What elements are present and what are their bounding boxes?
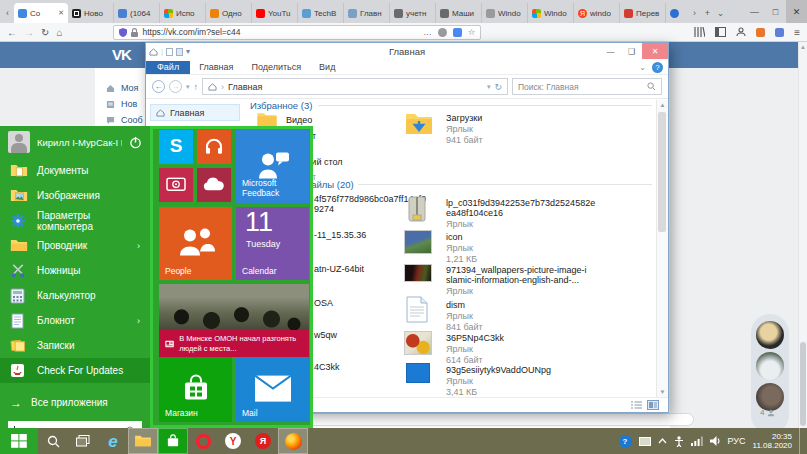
page-actions-icon[interactable]: … <box>423 27 432 37</box>
address-bar[interactable]: https://vk.com/im?sel=c44 … ☆ <box>113 25 481 40</box>
user-avatar[interactable] <box>8 131 30 153</box>
up-button[interactable]: ↑ <box>194 82 199 92</box>
browser-tab[interactable]: windo <box>574 3 620 23</box>
file-name[interactable]: 36P5Np4C3kk <box>446 333 504 343</box>
opera-button[interactable] <box>188 428 218 454</box>
document-file-icon[interactable] <box>406 296 436 325</box>
browser-tab[interactable]: Маши <box>436 3 482 23</box>
file-name-fragment[interactable]: w5qw <box>314 330 337 340</box>
bookmark-star-icon[interactable]: ☆ <box>468 27 476 37</box>
start-button[interactable] <box>0 428 38 454</box>
file-name-fragment[interactable]: 9274 <box>314 204 334 214</box>
minimize-button[interactable]: — <box>600 43 621 59</box>
breadcrumb-item[interactable]: Главная <box>228 82 262 92</box>
menu-item-snipping-tool[interactable]: Ножницы <box>0 258 150 283</box>
scrollbar-thumb[interactable] <box>658 112 666 232</box>
scroll-tabs-right-icon[interactable]: › <box>688 3 701 23</box>
file-name[interactable]: Видео <box>286 115 312 125</box>
scrollbar-thumb[interactable] <box>800 342 806 426</box>
browser-tab[interactable]: Windo <box>528 3 574 23</box>
avatar[interactable] <box>756 352 784 380</box>
file-name-fragment[interactable]: atn-UZ-64bit <box>314 264 364 274</box>
pocket-icon[interactable] <box>438 28 447 37</box>
image-thumbnail[interactable] <box>404 230 434 254</box>
file-name[interactable]: 971394_wallpapers-picture-image-i <box>446 265 587 275</box>
archive-file-icon[interactable] <box>404 196 434 224</box>
library-icon[interactable] <box>694 27 705 37</box>
scroll-up-icon[interactable]: ▲ <box>799 42 807 50</box>
menu-item-pc-settings[interactable]: Параметры компьютера <box>0 208 150 233</box>
explorer-search-box[interactable]: Поиск: Главная <box>512 78 662 95</box>
tile-store[interactable]: Магазин <box>159 357 232 422</box>
taskbar-search-button[interactable] <box>38 428 68 454</box>
tile-calendar[interactable]: 11 Tuesday Calendar <box>236 207 309 280</box>
blue-extension-icon[interactable] <box>775 28 784 37</box>
speaker-icon[interactable] <box>710 436 721 446</box>
blue-file-icon[interactable] <box>406 363 436 383</box>
ribbon-expand-icon[interactable]: ⌄ <box>639 63 646 72</box>
tile-music[interactable] <box>197 130 231 164</box>
show-desktop-button[interactable] <box>799 428 804 454</box>
avatar[interactable] <box>756 383 784 411</box>
yandex-browser-button[interactable]: Y <box>218 428 248 454</box>
account-icon[interactable] <box>736 27 746 37</box>
power-icon[interactable] <box>129 136 142 149</box>
avatar[interactable] <box>756 321 784 349</box>
maximize-button[interactable]: □ <box>765 0 786 23</box>
browser-tab[interactable]: Перев <box>620 3 666 23</box>
menu-item-pictures[interactable]: Изображения <box>0 183 150 208</box>
browser-tab[interactable]: TechB <box>298 3 344 23</box>
tile-people[interactable]: People <box>159 207 232 280</box>
browser-tab[interactable]: Ново <box>68 3 114 23</box>
reload-button[interactable]: ↻ <box>41 27 49 38</box>
user-header[interactable]: Кирилл I-МурСак-I Мурад... <box>0 126 150 158</box>
file-name-fragment[interactable]: OSA <box>314 298 333 308</box>
taskbar-clock[interactable]: 20:35 11.08.2020 <box>753 432 792 451</box>
back-button[interactable]: ← <box>152 80 165 93</box>
scroll-down-icon[interactable]: ▼ <box>660 389 666 395</box>
browser-tab[interactable]: Испо <box>160 3 206 23</box>
browser-tab[interactable]: учетн <box>390 3 436 23</box>
tab-list-dropdown-icon[interactable]: ⌄ <box>714 3 727 23</box>
store-button[interactable] <box>158 428 188 454</box>
help-icon[interactable]: ? <box>652 62 663 73</box>
file-name[interactable]: ea48f104ce16 <box>446 208 503 218</box>
menu-item-explorer[interactable]: Проводник › <box>0 233 150 258</box>
nav-pane-item-home[interactable]: Главная <box>150 104 240 121</box>
browser-tab[interactable]: Одно <box>206 3 252 23</box>
vk-sidebar-item-messages[interactable]: Сооб <box>106 114 143 126</box>
close-button[interactable]: ✕ <box>786 0 807 23</box>
shield-icon[interactable] <box>119 28 127 37</box>
list-view-icon[interactable] <box>631 401 642 410</box>
all-apps-button[interactable]: → Все приложения <box>0 390 150 415</box>
sidebar-icon[interactable] <box>715 27 726 37</box>
ribbon-tab-view[interactable]: Вид <box>310 61 344 74</box>
thumbnail-view-icon[interactable] <box>647 400 659 410</box>
browser-tab[interactable]: Главн <box>344 3 390 23</box>
language-indicator[interactable]: РУС <box>728 436 746 446</box>
recent-dropdown-icon[interactable]: ▾ <box>186 83 190 91</box>
new-tab-button[interactable]: + <box>701 3 714 23</box>
tile-onedrive[interactable] <box>197 168 231 202</box>
internet-explorer-button[interactable]: e <box>98 428 128 454</box>
menu-item-check-for-updates[interactable]: Check For Updates <box>0 358 150 383</box>
vk-members-count[interactable]: 4 <box>760 408 775 417</box>
file-explorer-button[interactable] <box>128 428 158 454</box>
window-tray-icon[interactable] <box>639 437 651 446</box>
ribbon-tab-home[interactable]: Главная <box>190 61 242 74</box>
browser-tab[interactable] <box>666 3 688 23</box>
home-button[interactable]: ⌂ <box>56 27 62 38</box>
tile-microsoft-feedback[interactable]: Microsoft Feedback <box>236 130 309 203</box>
menu-item-notepad[interactable]: Блокнот › <box>0 308 150 333</box>
browser-tab[interactable]: YouTu <box>252 3 298 23</box>
tray-expand-icon[interactable] <box>658 438 667 444</box>
scroll-tabs-left-icon[interactable]: ‹ <box>1 3 14 23</box>
help-tray-icon[interactable]: ? <box>619 435 632 448</box>
vk-logo[interactable]: VK <box>112 46 131 63</box>
maximize-button[interactable]: ❑ <box>621 43 642 59</box>
vk-scrollbar[interactable]: ▲ <box>798 42 807 428</box>
file-name-fragment[interactable]: 4C3kk <box>314 362 340 372</box>
downloads-folder-icon[interactable] <box>404 111 434 139</box>
group-header-favorites[interactable]: Избранное (3) <box>250 100 312 111</box>
file-name[interactable]: dism <box>446 300 465 310</box>
